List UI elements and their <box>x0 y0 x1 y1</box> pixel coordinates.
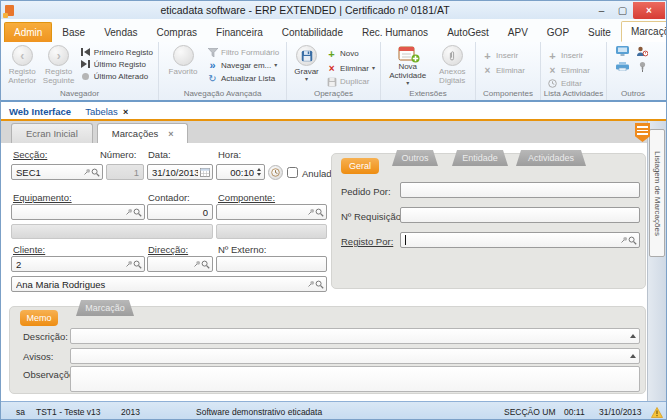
search-icon[interactable] <box>315 280 324 289</box>
search-icon[interactable] <box>628 236 637 245</box>
ribbon-tab-admin[interactable]: Admin <box>4 22 52 42</box>
equipamento-field <box>11 204 145 220</box>
listagem-marcacoes-tab[interactable]: Listagem de Marcações <box>649 129 665 257</box>
ribbon-tab-base[interactable]: Base <box>53 23 94 42</box>
remote-screen-icon[interactable] <box>614 46 630 57</box>
hora-input[interactable] <box>219 167 256 178</box>
maximize-button[interactable]: ▢ <box>612 3 633 18</box>
cliente-input[interactable] <box>14 259 125 270</box>
componente-input[interactable] <box>219 207 307 218</box>
ribbon-tab-rec-humanos[interactable]: Rec. Humanos <box>353 23 437 42</box>
registo-por-input[interactable] <box>406 235 620 246</box>
search-icon[interactable] <box>133 208 142 217</box>
document-tab-marcacoes[interactable]: Marcações × <box>97 123 189 143</box>
n-requisicao-input[interactable] <box>403 210 637 221</box>
tab-marcacao[interactable]: Marcação <box>76 300 134 316</box>
duplicar-button[interactable]: Duplicar <box>323 75 378 88</box>
ultimo-registo-button[interactable]: Último Registo <box>77 58 156 70</box>
search-icon[interactable] <box>315 208 324 217</box>
cliente-nome-input[interactable] <box>14 279 307 290</box>
ribbon-tab-compras[interactable]: Compras <box>148 23 207 42</box>
time-spinner[interactable] <box>256 168 262 176</box>
ribbon-tab-marcacoes[interactable]: Marcações <box>621 21 667 42</box>
spinner-up-icon[interactable] <box>257 168 261 171</box>
pin-icon[interactable] <box>193 260 201 268</box>
gravar-button[interactable]: Gravar ▾ <box>290 44 323 82</box>
descricao-textarea[interactable] <box>70 328 640 344</box>
ribbon-tab-financeira[interactable]: Financeira <box>207 23 272 42</box>
componentes-inserir-button[interactable]: + Inserir <box>479 48 528 63</box>
anexos-digitais-button[interactable]: Anexos Digitais <box>431 44 473 85</box>
scroll-up-icon[interactable] <box>630 334 636 338</box>
pin-icon[interactable] <box>125 260 133 268</box>
ribbon-tab-apv[interactable]: APV <box>499 23 537 42</box>
lista-editar-button[interactable]: Editar <box>544 77 593 89</box>
ribbon-tab-gop[interactable]: GOP <box>538 23 578 42</box>
numero-input[interactable] <box>109 167 141 178</box>
tab-geral[interactable]: Geral <box>341 158 379 174</box>
last-record-icon <box>80 60 91 68</box>
scroll-up-icon[interactable] <box>630 354 636 358</box>
anulado-checkbox[interactable] <box>287 167 298 178</box>
lista-eliminar-button[interactable]: × Eliminar <box>544 63 593 77</box>
num-externo-input[interactable] <box>219 259 324 270</box>
workspace-tab-tabelas[interactable]: Tabelas × <box>85 106 128 117</box>
workspace-tab-web-interface[interactable]: Web Interface <box>9 106 71 117</box>
primeiro-registo-button[interactable]: Primeiro Registo <box>77 46 156 58</box>
data-input[interactable] <box>150 167 200 178</box>
ribbon-tab-vendas[interactable]: Vendas <box>95 23 146 42</box>
search-icon[interactable] <box>133 260 142 269</box>
novo-label: Novo <box>340 49 359 58</box>
tab-actividades[interactable]: Actividades <box>516 150 586 166</box>
pedido-por-input[interactable] <box>403 185 637 196</box>
user-clock-icon[interactable] <box>634 46 650 57</box>
paperclip-icon <box>442 45 463 66</box>
close-tab-icon[interactable]: × <box>168 129 173 139</box>
search-icon[interactable] <box>201 260 210 269</box>
pin-icon[interactable] <box>307 280 315 288</box>
spinner-down-icon[interactable] <box>257 173 261 176</box>
nova-actividade-button[interactable]: Nova Actividade ▾ <box>384 44 431 86</box>
actualizar-lista-button[interactable]: ↻ Actualizar Lista <box>204 72 282 85</box>
pin-icon[interactable] <box>83 168 91 176</box>
registo-anterior-button[interactable]: ‹ Registo Anterior <box>4 44 40 85</box>
componentes-eliminar-button[interactable]: × Eliminar <box>479 63 528 77</box>
tab-memo[interactable]: Memo <box>20 310 58 326</box>
navegar-em-button[interactable]: » Navegar em... ▾ <box>204 58 282 72</box>
lista-eliminar-label: Eliminar <box>561 66 590 75</box>
tab-entidade[interactable]: Entidade <box>452 150 508 166</box>
close-tab-icon[interactable]: × <box>123 107 128 117</box>
registo-seguinte-button[interactable]: › Registo Seguinte <box>40 44 76 85</box>
clock-button[interactable] <box>268 165 283 180</box>
pin-icon[interactable] <box>634 61 650 72</box>
novo-button[interactable]: + Novo <box>323 46 378 61</box>
pin-icon[interactable] <box>307 208 315 216</box>
contador-input[interactable] <box>150 207 210 218</box>
ribbon-tab-contabilidade[interactable]: Contabilidade <box>273 23 352 42</box>
resize-grip[interactable] <box>657 407 665 415</box>
filtro-formulario-button[interactable]: Filtro Formulário <box>204 46 282 58</box>
tab-outros[interactable]: Outros <box>392 150 438 166</box>
pin-icon[interactable] <box>125 208 133 216</box>
pin-icon[interactable] <box>620 236 628 244</box>
calendar-icon[interactable] <box>200 167 210 177</box>
ribbon-tab-suite[interactable]: Suite <box>579 23 620 42</box>
equipamento-input[interactable] <box>14 207 125 218</box>
ultimo-alterado-button[interactable]: Último Alterado <box>77 70 156 82</box>
printer-icon[interactable] <box>614 61 630 72</box>
status-date: 31/10/2013 <box>599 407 642 417</box>
ribbon-tab-autogest[interactable]: AutoGest <box>438 23 498 42</box>
observacoes-textarea[interactable] <box>70 366 640 392</box>
anexos-digitais-label: Anexos Digitais <box>431 67 473 85</box>
lista-inserir-button[interactable]: + Inserir <box>544 48 593 63</box>
close-button[interactable]: × <box>633 2 665 19</box>
document-tab-ecran-inicial[interactable]: Ecran Inicial <box>11 123 93 143</box>
document-tab-bar: Ecran Inicial Marcações × <box>1 121 666 143</box>
seccao-input[interactable] <box>14 167 83 178</box>
eliminar-button[interactable]: × Eliminar ▾ <box>323 61 378 75</box>
direccao-input[interactable] <box>150 259 193 270</box>
search-icon[interactable] <box>91 168 100 177</box>
minimize-button[interactable]: – <box>591 3 612 18</box>
favorito-button[interactable]: Favorito <box>162 44 204 76</box>
avisos-textarea[interactable] <box>70 348 640 364</box>
